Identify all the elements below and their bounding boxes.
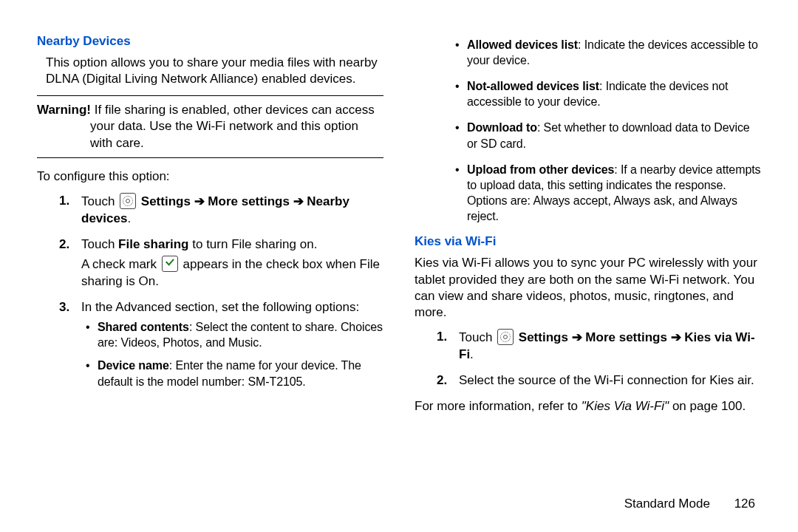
step-number: 1. xyxy=(59,193,69,210)
bullet-label: Upload from other devices xyxy=(467,163,614,176)
step-text: Touch xyxy=(81,237,118,251)
step-number: 2. xyxy=(437,372,447,389)
step-period: . xyxy=(127,211,131,225)
right-step-1: 1. Touch Settings ➔ More settings ➔ Kies… xyxy=(415,329,761,364)
heading-kies: Kies via Wi-Fi xyxy=(415,234,761,249)
warning-block: Warning! If file sharing is enabled, oth… xyxy=(37,95,383,158)
manual-page: Nearby Devices This option allows you to… xyxy=(0,0,798,532)
step-text: A check mark xyxy=(81,257,160,271)
step-text: Select the source of the Wi-Fi connectio… xyxy=(459,373,754,387)
bullet-label: Device name xyxy=(98,359,169,372)
step-number: 3. xyxy=(59,299,69,316)
warning-label: Warning! xyxy=(37,103,91,117)
bullet-label: Allowed devices list xyxy=(467,38,578,51)
bullet-not-allowed: Not-allowed devices list: Indicate the d… xyxy=(455,78,761,109)
gear-icon xyxy=(497,329,514,345)
step-text: to turn File sharing on. xyxy=(189,237,318,251)
bullet-device-name: Device name: Enter the name for your dev… xyxy=(81,358,383,389)
page-footer: Standard Mode 126 xyxy=(624,497,755,511)
bullet-label: Not-allowed devices list xyxy=(467,80,599,92)
warning-body: If file sharing is enabled, other device… xyxy=(90,103,375,150)
step-text-settings: Settings xyxy=(141,194,194,208)
more-info: For more information, refer to "Kies Via… xyxy=(415,398,761,415)
checkmark-icon xyxy=(162,256,178,272)
arrow-icon: ➔ xyxy=(293,194,304,208)
step-number: 1. xyxy=(437,329,447,346)
step-number: 2. xyxy=(59,236,69,253)
warning-text: Warning! If file sharing is enabled, oth… xyxy=(37,102,383,151)
right-steps: 1. Touch Settings ➔ More settings ➔ Kies… xyxy=(415,329,761,389)
left-column: Nearby Devices This option allows you to… xyxy=(37,34,383,422)
left-steps: 1. Touch Settings ➔ More settings ➔ Near… xyxy=(37,193,383,389)
left-step-2: 2. Touch File sharing to turn File shari… xyxy=(37,236,383,291)
arrow-icon: ➔ xyxy=(194,194,205,208)
more-info-b: on page 100. xyxy=(669,399,746,413)
bullet-label: Download to xyxy=(467,121,537,134)
left-sub-bullets: Shared contents: Select the content to s… xyxy=(81,319,383,389)
bullet-label: Shared contents xyxy=(98,321,189,333)
step-text-more-settings: More settings xyxy=(205,194,293,208)
arrow-icon: ➔ xyxy=(572,330,582,344)
kies-intro: Kies via Wi-Fi allows you to sync your P… xyxy=(415,255,761,321)
footer-section: Standard Mode xyxy=(624,497,710,511)
nearby-devices-intro: This option allows you to share your med… xyxy=(37,55,383,88)
step-text-bold: File sharing xyxy=(118,237,188,251)
more-info-ref: "Kies Via Wi-Fi" xyxy=(582,399,669,413)
configure-intro: To configure this option: xyxy=(37,168,383,185)
arrow-icon: ➔ xyxy=(671,330,681,344)
bullet-shared-contents: Shared contents: Select the content to s… xyxy=(81,319,383,350)
two-column-layout: Nearby Devices This option allows you to… xyxy=(37,34,761,422)
bullet-download-to: Download to: Set whether to download dat… xyxy=(455,120,761,151)
step-period: . xyxy=(470,347,474,361)
gear-icon xyxy=(120,193,136,209)
right-column: Allowed devices list: Indicate the devic… xyxy=(415,34,761,422)
footer-page-number: 126 xyxy=(734,497,755,511)
step-text-touch: Touch xyxy=(459,330,496,344)
step-text-touch: Touch xyxy=(81,194,118,208)
bullet-allowed: Allowed devices list: Indicate the devic… xyxy=(455,37,761,68)
step-text: In the Advanced section, set the followi… xyxy=(81,300,359,314)
left-step-1: 1. Touch Settings ➔ More settings ➔ Near… xyxy=(37,193,383,228)
step-text-more-settings: More settings xyxy=(582,330,671,344)
left-step-3: 3. In the Advanced section, set the foll… xyxy=(37,299,383,389)
right-bullets: Allowed devices list: Indicate the devic… xyxy=(455,37,761,224)
more-info-a: For more information, refer to xyxy=(415,399,582,413)
heading-nearby-devices: Nearby Devices xyxy=(37,34,383,49)
step-text-settings: Settings xyxy=(519,330,572,344)
right-step-2: 2. Select the source of the Wi-Fi connec… xyxy=(415,372,761,389)
bullet-upload: Upload from other devices: If a nearby d… xyxy=(455,162,761,224)
